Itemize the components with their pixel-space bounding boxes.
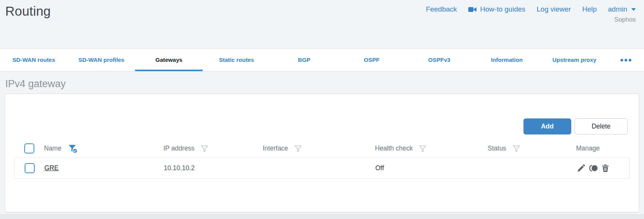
tab-sdwan-profiles[interactable]: SD-WAN profiles (68, 49, 135, 71)
video-camera-icon (468, 6, 477, 13)
add-button[interactable]: Add (523, 118, 571, 134)
column-header-manage: Manage (576, 145, 600, 152)
gateways-table: Name IP address (14, 139, 630, 179)
filter-icon[interactable] (200, 144, 209, 153)
filter-icon[interactable] (512, 144, 521, 153)
tab-sdwan-routes[interactable]: SD-WAN routes (0, 49, 68, 71)
brand-label: Sophos (614, 16, 636, 23)
table-header-row: Name IP address (14, 139, 630, 158)
howto-guides-link[interactable]: How-to guides (468, 5, 525, 13)
column-header-health-check: Health check (375, 145, 413, 152)
gateway-name-link[interactable]: GRE (44, 164, 59, 172)
select-all-checkbox[interactable] (24, 143, 34, 153)
row-checkbox[interactable] (25, 163, 35, 173)
column-header-name: Name (44, 145, 62, 152)
tab-ospfv3[interactable]: OSPFv3 (406, 49, 473, 71)
ellipsis-icon (620, 59, 623, 61)
tab-bgp[interactable]: BGP (270, 49, 338, 71)
table-row: GRE 10.10.10.2 Off (14, 158, 630, 179)
main-content: IPv4 gateway Add Delete Name (0, 78, 644, 212)
column-header-ip-address: IP address (163, 145, 194, 152)
page-title: Routing (5, 4, 51, 48)
tab-ospf[interactable]: OSPF (338, 49, 406, 71)
tab-upstream-proxy[interactable]: Upstream proxy (541, 49, 608, 71)
admin-menu[interactable]: admin (608, 5, 636, 13)
more-tabs-button[interactable] (608, 49, 644, 71)
edit-icon[interactable] (576, 164, 586, 173)
health-check-cell: Off (375, 164, 488, 172)
feedback-link[interactable]: Feedback (426, 5, 457, 13)
column-header-interface: Interface (263, 145, 288, 152)
filter-icon-active[interactable] (67, 143, 78, 154)
help-link[interactable]: Help (582, 5, 597, 13)
routing-tabbar: SD-WAN routes SD-WAN profiles Gateways S… (0, 48, 644, 72)
header-nav: Feedback How-to guides Log viewer Help a… (426, 3, 636, 48)
manage-cell (576, 164, 629, 173)
tab-static-routes[interactable]: Static routes (203, 49, 270, 71)
table-toolbar: Add Delete (14, 118, 628, 134)
page-header: Routing Feedback How-to guides Log viewe… (0, 0, 644, 48)
clone-icon[interactable] (588, 164, 598, 173)
delete-button[interactable]: Delete (575, 118, 628, 134)
ipv4-gateway-card: Add Delete Name (5, 93, 639, 212)
column-header-status: Status (488, 145, 506, 152)
tab-information[interactable]: Information (473, 49, 541, 71)
delete-icon[interactable] (601, 164, 610, 173)
chevron-down-icon (631, 8, 636, 11)
tab-gateways[interactable]: Gateways (135, 49, 203, 71)
bottom-divider (0, 215, 644, 219)
section-title: IPv4 gateway (5, 78, 639, 90)
ip-address-cell: 10.10.10.2 (164, 164, 263, 172)
filter-icon[interactable] (418, 144, 427, 153)
filter-icon[interactable] (294, 144, 303, 153)
log-viewer-link[interactable]: Log viewer (537, 5, 571, 13)
